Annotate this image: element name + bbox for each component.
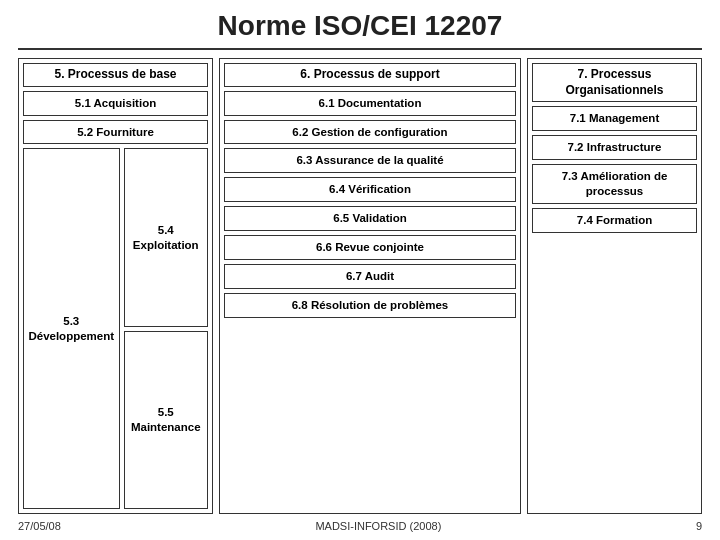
box-5-3: 5.3 Développement [23,148,120,509]
box-6-8: 6.8 Résolution de problèmes [224,293,516,318]
footer: 27/05/08 MADSI-INFORSID (2008) 9 [18,520,702,532]
col-processus-de-support: 6. Processus de support 6.1 Documentatio… [219,58,521,514]
box-6-6: 6.6 Revue conjointe [224,235,516,260]
col-processus-org: 7. Processus Organisationnels 7.1 Manage… [527,58,702,514]
left-inner-group: 5.3 Développement 5.4 Exploitation 5.5 M… [23,148,208,509]
box-6-2: 6.2 Gestion de configuration [224,120,516,145]
page-title: Norme ISO/CEI 12207 [18,10,702,42]
box-7-4: 7.4 Formation [532,208,697,233]
box-5-2: 5.2 Fourniture [23,120,208,145]
box-6-4: 6.4 Vérification [224,177,516,202]
box-6-7: 6.7 Audit [224,264,516,289]
box-5-1: 5.1 Acquisition [23,91,208,116]
box-6-5: 6.5 Validation [224,206,516,231]
footer-page: 9 [696,520,702,532]
col1-header: 5. Processus de base [23,63,208,87]
box-5-4: 5.4 Exploitation [124,148,209,326]
footer-center: MADSI-INFORSID (2008) [315,520,441,532]
col2-header: 6. Processus de support [224,63,516,87]
box-5-5: 5.5 Maintenance [124,331,209,509]
box-6-3: 6.3 Assurance de la qualité [224,148,516,173]
footer-date: 27/05/08 [18,520,61,532]
main-columns: 5. Processus de base 5.1 Acquisition 5.2… [18,58,702,514]
box-7-1: 7.1 Management [532,106,697,131]
box-7-2: 7.2 Infrastructure [532,135,697,160]
col-processus-de-base: 5. Processus de base 5.1 Acquisition 5.2… [18,58,213,514]
box-7-3: 7.3 Amélioration de processus [532,164,697,204]
box-6-1: 6.1 Documentation [224,91,516,116]
col3-header: 7. Processus Organisationnels [532,63,697,102]
page: Norme ISO/CEI 12207 5. Processus de base… [0,0,720,540]
title-divider [18,48,702,50]
